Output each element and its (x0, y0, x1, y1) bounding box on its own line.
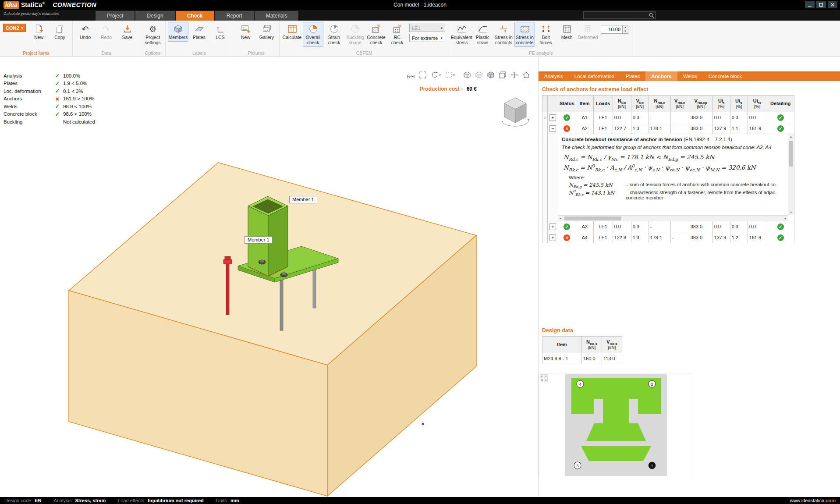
spinner-up-icon[interactable]: ▲ (623, 25, 628, 29)
dimensions-button[interactable] (407, 71, 415, 79)
maximize-button[interactable] (816, 1, 826, 8)
maximize-icon (819, 3, 823, 7)
scroll-up-icon[interactable]: ▴ (790, 134, 792, 139)
scroll-right-icon[interactable]: ▸ (783, 217, 788, 220)
overall-check-icon (308, 23, 319, 35)
expand-plan-button[interactable] (540, 374, 548, 382)
column-header: NRd,s[kN] (582, 337, 602, 353)
connection-selector[interactable]: CON2▾ (3, 24, 26, 32)
mesh-button[interactable]: Mesh (556, 22, 577, 42)
wireframe-view-button[interactable] (475, 71, 483, 79)
home-view-button[interactable] (522, 71, 530, 79)
stress-in-contacts-button[interactable]: Stress in contacts (493, 22, 514, 47)
status-pass-icon: ✓ (564, 224, 570, 230)
row-expander-button[interactable]: − (549, 125, 556, 132)
summary-row: BucklingNot calculated (4, 118, 109, 126)
results-tab-analysis[interactable]: Analysis (539, 71, 569, 81)
anchor-check-detail: Concrete breakout resistance of anchor i… (558, 134, 794, 221)
redo-button[interactable]: ↷ Redo (96, 22, 117, 42)
detail-horizontal-scrollbar[interactable]: ◂▸ (558, 215, 788, 221)
row-expander-button[interactable]: + (549, 224, 556, 230)
member-label[interactable]: Member 1 (289, 196, 317, 203)
tab-materials[interactable]: Materials (255, 11, 299, 21)
search-input[interactable] (584, 13, 649, 18)
calculate-button[interactable]: Calculate (282, 22, 302, 42)
strain-check-button[interactable]: Strain check (324, 22, 344, 47)
gallery-button[interactable]: Gallery (256, 22, 277, 42)
buckling-shape-button[interactable]: Buckling shape (345, 22, 365, 47)
design-value-cell: 113.0 (602, 353, 622, 364)
value-cell: 0.0 (712, 221, 730, 232)
plates-labels-toggle[interactable]: Plates (189, 22, 209, 42)
new-project-item-button[interactable]: New (28, 22, 49, 42)
summary-row: Welds✓98.9 < 100% (4, 103, 109, 110)
tab-project[interactable]: Project (96, 11, 135, 21)
spinner-down-icon[interactable]: ▼ (623, 29, 628, 33)
results-tab-anchors[interactable]: Anchors (645, 71, 677, 81)
section-view-button[interactable] (463, 71, 471, 79)
table-header-row: ItemNRd,s[kN]VRd,s[kN] (542, 337, 622, 353)
svg-text:4: 4 (579, 382, 581, 387)
pan-view-button[interactable] (510, 71, 518, 79)
detailing-pass-icon: ✓ (777, 224, 784, 230)
deformed-button[interactable]: Deformed (578, 22, 598, 42)
bolt-forces-button[interactable]: Bolt forces (535, 22, 556, 47)
anchor-row-A4[interactable]: +×A4LE1122.81.3178.1-383.0137.91.2161.9✓ (542, 232, 794, 243)
results-tab-local-deformation[interactable]: Local deformation (569, 71, 620, 81)
scroll-left-icon[interactable]: ◂ (558, 217, 563, 220)
equivalent-stress-button[interactable]: Equivalent stress (451, 22, 472, 47)
project-settings-button[interactable]: ⚙ Project settings (142, 22, 163, 47)
row-expander-button[interactable]: + (549, 114, 556, 121)
copy-button[interactable]: Copy (50, 22, 70, 42)
save-button[interactable]: Save (117, 22, 138, 42)
anchor-row-A3[interactable]: +✓A3LE10.00.3-383.00.00.30.0✓ (542, 221, 794, 232)
detailing-cell: ✓ (767, 221, 794, 232)
tab-design[interactable]: Design (135, 11, 174, 21)
load-case-selector[interactable]: LE1▾ (409, 24, 445, 32)
lcs-labels-toggle[interactable]: LCS (210, 22, 230, 42)
value-cell: 0.0 (748, 112, 767, 123)
column-header: NRd,c[kN] (649, 96, 670, 112)
minimize-button[interactable] (805, 1, 815, 8)
anchor-row-A1[interactable]: ›+✓A1LE10.00.3-383.00.00.30.0✓ (542, 112, 794, 123)
copy-picture-button[interactable] (499, 71, 507, 79)
3d-viewport[interactable]: Analysis✓100.0%Plates✓1.9 < 5.0%Loc. def… (0, 57, 538, 497)
scale-value-input[interactable] (601, 25, 623, 34)
extreme-filter-selector[interactable]: For extreme▾ (409, 34, 445, 42)
website-link[interactable]: www.ideastatica.com (790, 498, 836, 503)
concrete-check-button[interactable]: % Concrete check (366, 22, 386, 47)
deformed-scale-spinner[interactable]: ▲ ▼ (601, 25, 628, 34)
stress-in-concrete-button[interactable]: Stress in concrete (514, 22, 535, 47)
zoom-fit-button[interactable] (419, 71, 427, 79)
tab-check[interactable]: Check (176, 11, 214, 21)
overall-check-button[interactable]: Overall check (303, 22, 323, 47)
new-picture-button[interactable]: New (235, 22, 256, 42)
rc-check-button[interactable]: % RC check (387, 22, 408, 47)
solid-view-button[interactable] (487, 71, 495, 79)
detail-vertical-scrollbar[interactable]: ▴▾ (788, 134, 794, 215)
summary-row: Plates✓1.9 < 5.0% (4, 80, 109, 88)
group-label: Project items (2, 50, 70, 56)
results-tab-concrete-block[interactable]: Concrete block (703, 71, 748, 81)
status-analysis-type: Analysis:Stress, strain (54, 498, 106, 503)
search-box[interactable] (583, 11, 656, 19)
row-expander-button[interactable]: + (549, 234, 556, 241)
status-pass-icon: ✓ (564, 114, 570, 121)
close-button[interactable] (828, 1, 837, 8)
summary-item-label: Anchors (4, 96, 52, 101)
navigation-cube[interactable] (500, 94, 531, 129)
results-tab-plates[interactable]: Plates (620, 71, 645, 81)
rc-check-icon: % (392, 23, 403, 35)
members-labels-toggle[interactable]: Members (168, 22, 188, 42)
anchor-row-A2[interactable]: −×A2LE1122.71.3178.1-383.0137.91.1161.9✓ (542, 123, 794, 134)
undo-button[interactable]: ↶ Undo (75, 22, 96, 42)
scroll-down-icon[interactable]: ▾ (790, 210, 792, 215)
selection-mode-button[interactable]: ▾ (445, 71, 455, 79)
tab-report[interactable]: Report (215, 11, 254, 21)
column-header: Uts[%] (730, 96, 748, 112)
plastic-strain-button[interactable]: Plastic strain (472, 22, 493, 47)
results-tab-welds[interactable]: Welds (677, 71, 703, 81)
member-label[interactable]: Member 1 (245, 236, 273, 244)
rotate-view-button[interactable]: ▾ (431, 71, 441, 79)
plate-icon (194, 23, 205, 35)
